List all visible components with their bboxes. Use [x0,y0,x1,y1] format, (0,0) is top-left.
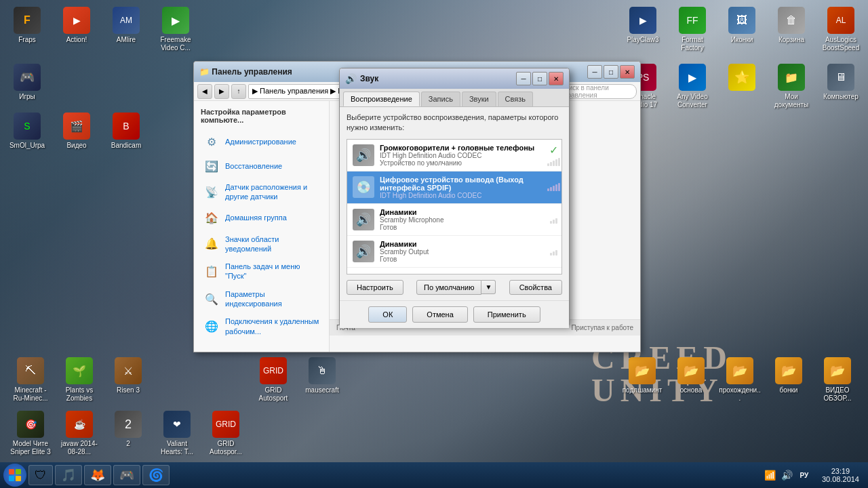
sidebar-item-homegroup[interactable]: 🏠 Домашняя группа [201,206,322,230]
vb2-2 [553,251,555,256]
desktop-icon-video[interactable]: 🎬 Видео [53,109,100,153]
sidebar-item-index[interactable]: 🔍 Параметры индексирования [201,285,322,313]
tray-volume-icon[interactable]: 🔊 [781,468,794,482]
utorrent-icon: 🛡 [35,468,47,483]
up-button[interactable]: ↑ [231,84,246,99]
desktop-icon-auslogics[interactable]: AL AusLogics BoostSpeed [817,3,865,56]
admin-icon: ⚙ [203,134,220,150]
video-icon: 🎬 [63,113,90,140]
desktop-icon-minecraft[interactable]: ⛏ Minecraft - Ru-Minec... [7,354,54,406]
desktop-icon-bandicam[interactable]: B Bandicam [102,109,150,153]
sidebar-item-remote[interactable]: 🌐 Подключения к удаленным рабочим... [201,312,322,340]
sound-close-button[interactable]: ✕ [549,72,564,85]
desktop-icon-korzina[interactable]: 🗑 Корзина [768,3,815,56]
desktop-icon-anyvideo[interactable]: ▶ Any Video Converter [669,60,716,113]
close-button[interactable]: ✕ [620,65,635,79]
sidebar-item-taskbar[interactable]: 📋 Панель задач и меню "Пуск" [201,258,322,285]
sound-device-digital[interactable]: 💿 Цифровое устройство вывода (Выход инте… [347,171,561,204]
desktop-icon-action[interactable]: ▶ Action! [53,3,100,56]
action-icon: ▶ [63,7,90,34]
default-main-button[interactable]: По умолчанию [416,280,481,295]
desktop-icon-mausecraft[interactable]: 🖱 mausecraft [298,354,346,406]
taskbar-app-media[interactable]: 🌀 [142,465,170,485]
sidebar-item-notify[interactable]: 🔔 Значки области уведомлений [201,230,322,258]
taskbar-app-music[interactable]: 🎵 [55,465,82,485]
sidebar-item-sensor[interactable]: 📡 Датчик расположения и другие датчики [201,178,322,206]
tray-keyboard-icon[interactable]: РУ [797,468,811,482]
desktop-icon-folder1[interactable]: 📂 подлшаминт [618,354,666,406]
vol-bar-4 [555,159,557,166]
sidebar-item-restore[interactable]: 🔄 Восстановление [201,154,322,178]
desktop-icon-freemake[interactable]: ▶ Freemake Video C... [152,3,199,56]
properties-button[interactable]: Свойства [509,280,562,295]
forward-button[interactable]: ▶ [214,84,229,99]
sound-maximize-button[interactable]: □ [532,72,547,85]
desktop-icon-folder4[interactable]: 📂 бонки [765,354,812,406]
auslogics-label: AusLogics BoostSpeed [819,36,863,52]
taskbar-app-uTorrent[interactable]: 🛡 [28,465,53,485]
dynamics2-sub2: Готов [380,256,545,263]
tray-network-icon[interactable]: 📶 [764,468,777,482]
taskbar-clock[interactable]: 23:19 30.08.2014 [816,467,865,483]
default-arrow-button[interactable]: ▼ [481,280,496,294]
desktop-icon-valiant[interactable]: ❤ Valiant Hearts: T... [153,407,201,460]
desktop-icon-sniper[interactable]: 🎯 Model Чите Sniper Elite 3 [7,407,54,460]
sidebar-label-remote: Подключения к удаленным рабочим... [225,317,319,336]
playclaw-icon: ▶ [629,7,656,34]
sound-device-dynamics1[interactable]: 🔊 Динамики Scramby Microphone Готов [347,204,561,236]
configure-button[interactable]: Настроить [347,280,403,295]
desktop-icon-games[interactable]: 🎮 Игры [3,60,51,104]
folder5-icon: 📂 [824,357,851,384]
desktop-icon-star[interactable]: ⭐ [718,60,766,113]
tab-record[interactable]: Запись [421,92,460,106]
desktop-icon-moidocs[interactable]: 📁 Мои документы [768,60,815,113]
sidebar-item-admin[interactable]: ⚙ Администрирование [201,129,322,154]
desktop-icon-folder2[interactable]: 📂 основа [667,354,715,406]
desktop-icon-risen[interactable]: ⚔ Risen 3 [104,354,152,406]
desktop-icon-iconki[interactable]: 🖼 Иконки [718,3,766,56]
desktop-icon-formatfactory[interactable]: FF Format Factory [669,3,716,56]
plants-label: Plants vs Zombies [58,386,101,403]
plants-icon: 🌱 [66,357,93,384]
sound-minimize-button[interactable]: ─ [516,72,531,85]
desktop-icon-grid2[interactable]: GRID GRID Autospor... [202,407,250,460]
desktop-icon-computer[interactable]: 🖥 Компьютер [817,60,865,113]
dynamics1-status [551,216,556,224]
back-button[interactable]: ◀ [197,84,212,99]
taskbar-app-browser[interactable]: 🦊 [84,465,111,485]
cancel-button[interactable]: Отмена [412,306,467,323]
maximize-button[interactable]: □ [604,65,618,79]
sound-device-dynamics2[interactable]: 🔊 Динамики Scramby Output Готов [347,236,561,268]
minecraft-label: Minecraft - Ru-Minec... [9,386,52,403]
ok-button[interactable]: ОК [368,306,407,323]
grid2-icon: GRID [212,411,239,438]
star-icon: ⭐ [728,64,755,91]
amphire-label: AMlire [117,36,136,44]
tab-playback[interactable]: Воспроизведение [343,92,420,106]
desktop-icon-folder5[interactable]: 📂 ВИДЕО ОБЗОР... [814,354,861,406]
desktop-icon-java[interactable]: ☕ javaw 2014-08-28... [56,407,103,460]
desktop-icon-fraps[interactable]: F Fraps [3,3,51,56]
desktop-icon-playclaw[interactable]: ▶ PlayClaw3 [619,3,667,56]
dynamics1-device-icon: 🔊 [353,209,374,230]
minimize-button[interactable]: ─ [587,65,602,79]
sniper-icon: 🎯 [17,411,44,438]
desktop-icon-smol[interactable]: S SmOl_Urpa [3,109,51,153]
default-check-icon: ✓ [549,144,558,157]
start-button[interactable] [3,464,26,487]
tab-sounds[interactable]: Звуки [462,92,496,106]
dynamics2-sub: Scramby Output [380,248,545,256]
desktop-icon-plants[interactable]: 🌱 Plants vs Zombies [56,354,103,406]
sound-device-speakers[interactable]: 🔊 Громкоговорители + головные телефоны I… [347,140,561,171]
desktop-icon-folder3[interactable]: 📂 прохождени... [716,354,764,406]
taskbar-app-game[interactable]: 🎮 [113,465,140,485]
desktop-icon-grid[interactable]: GRID GRID Autosport [250,354,297,406]
tab-communication[interactable]: Связь [498,92,533,106]
desktop-icon-amphire[interactable]: AM AMlire [102,3,150,56]
svg-rect-2 [9,476,14,481]
desktop-icon-2[interactable]: 2 2 [104,407,152,460]
apply-button[interactable]: Применить [473,306,540,323]
freemake-icon: ▶ [162,7,189,34]
folder3-label: прохождени... [718,386,762,403]
vol-bars-d2 [550,247,557,256]
